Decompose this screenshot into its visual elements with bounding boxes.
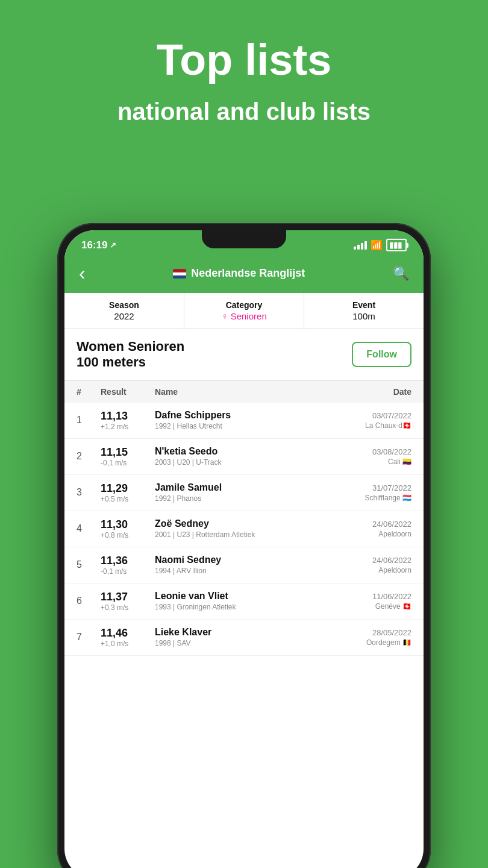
athlete-info: 1992 | Hellas Utrecht — [155, 422, 339, 430]
athlete-name: Dafne Schippers — [155, 410, 339, 421]
date-value: 03/08/2022 — [339, 447, 411, 456]
wind-value: +0,5 m/s — [101, 495, 155, 503]
phone-notch — [202, 230, 286, 248]
table-header: # Result Name Date — [64, 381, 424, 403]
table-row[interactable]: 1 11,13 +1,2 m/s Dafne Schippers 1992 | … — [64, 403, 424, 439]
result-cell: 11,46 +1,0 m/s — [101, 627, 155, 648]
rank-cell: 4 — [77, 523, 101, 534]
event-value: 100m — [309, 311, 419, 321]
result-value: 11,30 — [101, 518, 155, 531]
list-title: Women Senioren 100 meters — [77, 339, 184, 371]
wind-value: -0,1 m/s — [101, 567, 155, 576]
athlete-name: Leonie van Vliet — [155, 591, 339, 602]
rank-cell: 7 — [77, 632, 101, 643]
date-value: 28/05/2022 — [339, 628, 411, 637]
table-row[interactable]: 2 11,15 -0,1 m/s N'ketia Seedo 2003 | U2… — [64, 439, 424, 475]
table-row[interactable]: 7 11,46 +1,0 m/s Lieke Klaver 1998 | SAV… — [64, 620, 424, 656]
event-label: Event — [309, 300, 419, 310]
table-row[interactable]: 3 11,29 +0,5 m/s Jamile Samuel 1992 | Ph… — [64, 475, 424, 511]
wind-value: +1,2 m/s — [101, 423, 155, 431]
event-filter[interactable]: Event 100m — [304, 293, 424, 329]
wind-value: +0,8 m/s — [101, 531, 155, 539]
result-value: 11,37 — [101, 591, 155, 603]
list-title-section: Women Senioren 100 meters Follow — [64, 329, 424, 381]
location-value: Apeldoorn — [339, 530, 411, 538]
nl-flag-icon — [173, 267, 186, 280]
wind-value: +0,3 m/s — [101, 603, 155, 612]
wind-value: -0,1 m/s — [101, 459, 155, 467]
rank-cell: 5 — [77, 559, 101, 570]
date-cell: 03/08/2022 Cali 🇨🇴 — [339, 447, 411, 466]
wind-value: +1,0 m/s — [101, 640, 155, 648]
rank-cell: 6 — [77, 596, 101, 606]
search-icon[interactable]: 🔍 — [393, 266, 409, 281]
athlete-info: 1992 | Phanos — [155, 494, 339, 503]
category-filter[interactable]: Category ♀ Senioren — [184, 293, 304, 329]
rank-cell: 3 — [77, 487, 101, 498]
athlete-name: Lieke Klaver — [155, 627, 339, 638]
category-value: ♀ Senioren — [189, 311, 299, 321]
result-cell: 11,30 +0,8 m/s — [101, 518, 155, 539]
athlete-name: Zoë Sedney — [155, 518, 339, 529]
result-value: 11,46 — [101, 627, 155, 640]
season-label: Season — [69, 300, 179, 310]
category-label: Category — [189, 300, 299, 310]
result-value: 11,13 — [101, 410, 155, 423]
season-filter[interactable]: Season 2022 — [64, 293, 184, 329]
rank-cell: 1 — [77, 415, 101, 426]
athlete-info: 1993 | Groningen Atletiek — [155, 603, 339, 611]
hero-title: Top lists — [24, 36, 464, 84]
result-cell: 11,29 +0,5 m/s — [101, 482, 155, 503]
table-row[interactable]: 4 11,30 +0,8 m/s Zoë Sedney 2001 | U23 |… — [64, 511, 424, 547]
date-value: 24/06/2022 — [339, 520, 411, 529]
athlete-info: 2003 | U20 | U-Track — [155, 458, 339, 467]
name-cell: Lieke Klaver 1998 | SAV — [155, 627, 339, 647]
athlete-name: Jamile Samuel — [155, 482, 339, 493]
result-cell: 11,15 -0,1 m/s — [101, 446, 155, 467]
name-cell: Naomi Sedney 1994 | ARV Ilion — [155, 555, 339, 575]
athlete-name: N'ketia Seedo — [155, 446, 339, 457]
clock-display: 16:19 — [81, 239, 107, 251]
location-value: Apeldoorn — [339, 566, 411, 574]
battery-icon: ▮▮▮ — [386, 239, 407, 251]
nav-title: Nederlandse Ranglijst — [173, 267, 305, 280]
season-value: 2022 — [69, 311, 179, 321]
result-cell: 11,37 +0,3 m/s — [101, 591, 155, 612]
hero-subtitle: national and club lists — [24, 96, 464, 127]
status-time: 16:19 ↗ — [81, 239, 116, 251]
name-cell: Zoë Sedney 2001 | U23 | Rotterdam Atleti… — [155, 518, 339, 539]
name-header: Name — [155, 387, 339, 397]
result-value: 11,15 — [101, 446, 155, 459]
result-cell: 11,13 +1,2 m/s — [101, 410, 155, 431]
back-button[interactable]: ‹ — [79, 262, 86, 285]
phone-screen: 16:19 ↗ 📶 ▮▮▮ ‹ — [64, 230, 424, 868]
date-value: 24/06/2022 — [339, 556, 411, 565]
signal-icon — [354, 241, 367, 250]
rank-header: # — [77, 387, 101, 397]
result-value: 11,36 — [101, 555, 155, 567]
name-cell: N'ketia Seedo 2003 | U20 | U-Track — [155, 446, 339, 467]
name-cell: Dafne Schippers 1992 | Hellas Utrecht — [155, 410, 339, 430]
table-row[interactable]: 5 11,36 -0,1 m/s Naomi Sedney 1994 | ARV… — [64, 547, 424, 583]
date-header: Date — [339, 387, 411, 397]
date-cell: 03/07/2022 La Chaux-d🇨🇭 — [339, 411, 411, 430]
phone-frame: 16:19 ↗ 📶 ▮▮▮ ‹ — [57, 223, 431, 868]
location-icon: ↗ — [110, 241, 116, 250]
date-cell: 24/06/2022 Apeldoorn — [339, 520, 411, 538]
location-value: Oordegem 🇧🇪 — [339, 638, 411, 647]
date-cell: 11/06/2022 Genève 🇨🇭 — [339, 592, 411, 611]
location-value: La Chaux-d🇨🇭 — [339, 421, 411, 430]
filter-row: Season 2022 Category ♀ Senioren Event 10… — [64, 293, 424, 329]
location-value: Schifflange 🇱🇺 — [339, 494, 411, 502]
result-header: Result — [101, 387, 155, 397]
date-value: 31/07/2022 — [339, 483, 411, 492]
follow-button[interactable]: Follow — [352, 342, 411, 367]
table-row[interactable]: 6 11,37 +0,3 m/s Leonie van Vliet 1993 |… — [64, 583, 424, 620]
rank-cell: 2 — [77, 451, 101, 462]
table-body: 1 11,13 +1,2 m/s Dafne Schippers 1992 | … — [64, 403, 424, 868]
result-value: 11,29 — [101, 482, 155, 495]
location-value: Cali 🇨🇴 — [339, 458, 411, 466]
athlete-name: Naomi Sedney — [155, 555, 339, 565]
date-cell: 28/05/2022 Oordegem 🇧🇪 — [339, 628, 411, 647]
location-value: Genève 🇨🇭 — [339, 602, 411, 611]
